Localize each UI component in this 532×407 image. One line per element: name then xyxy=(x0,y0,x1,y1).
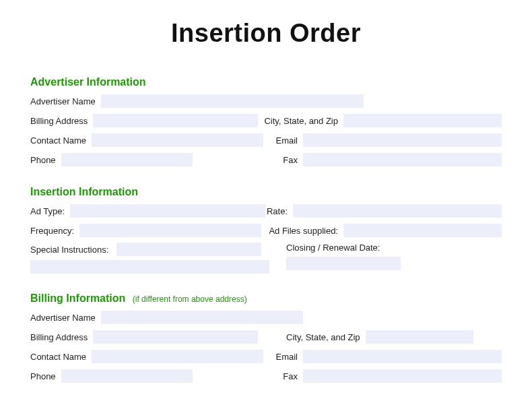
label-rate: Rate: xyxy=(267,206,288,216)
input-special-instructions[interactable] xyxy=(117,243,261,256)
input-bill-city-state-zip[interactable] xyxy=(366,330,473,344)
input-bill-billing-address[interactable] xyxy=(93,330,258,344)
label-frequency: Frequency: xyxy=(30,226,74,236)
heading-billing-text: Billing Information xyxy=(30,292,125,304)
label-bill-fax: Fax xyxy=(283,371,298,381)
input-bill-email[interactable] xyxy=(303,350,502,363)
input-contact-name[interactable] xyxy=(92,133,263,147)
heading-billing-note: (if different from above address) xyxy=(133,294,247,304)
label-phone: Phone xyxy=(30,155,56,165)
label-bill-contact-name: Contact Name xyxy=(30,352,86,362)
input-ad-files-supplied[interactable] xyxy=(343,224,502,237)
input-fax[interactable] xyxy=(303,153,502,166)
label-special-instructions: Special Instructions: xyxy=(30,245,108,255)
section-insertion: Insertion Information Ad Type: Rate: Fre… xyxy=(30,186,502,274)
input-bill-advertiser-name[interactable] xyxy=(101,311,303,324)
input-bill-fax[interactable] xyxy=(303,369,502,383)
input-advertiser-name[interactable] xyxy=(101,94,364,108)
input-ad-type[interactable] xyxy=(70,204,265,218)
input-phone[interactable] xyxy=(61,153,193,166)
label-bill-city-state-zip: City, State, and Zip xyxy=(286,332,360,342)
input-closing-date[interactable] xyxy=(286,257,401,270)
input-rate[interactable] xyxy=(293,204,502,218)
input-city-state-zip[interactable] xyxy=(343,114,502,127)
heading-billing: Billing Information (if different from a… xyxy=(30,292,502,305)
input-special-instructions-2[interactable] xyxy=(30,260,269,274)
section-advertiser: Advertiser Information Advertiser Name B… xyxy=(30,76,502,167)
input-billing-address[interactable] xyxy=(93,114,258,127)
label-bill-billing-address: Billing Address xyxy=(30,332,88,342)
label-advertiser-name: Advertiser Name xyxy=(30,96,96,106)
label-fax: Fax xyxy=(283,155,298,165)
label-billing-address: Billing Address xyxy=(30,116,88,126)
input-email[interactable] xyxy=(303,133,502,147)
label-ad-type: Ad Type: xyxy=(30,206,65,216)
label-bill-phone: Phone xyxy=(30,371,56,381)
input-bill-contact-name[interactable] xyxy=(92,350,263,363)
input-frequency[interactable] xyxy=(79,224,261,237)
label-bill-email: Email xyxy=(275,352,298,362)
label-city-state-zip: City, State, and Zip xyxy=(264,116,338,126)
section-billing: Billing Information (if different from a… xyxy=(30,292,502,383)
input-bill-phone[interactable] xyxy=(61,369,193,383)
label-email: Email xyxy=(275,135,298,146)
label-bill-advertiser-name: Advertiser Name xyxy=(30,313,96,323)
label-ad-files-supplied: Ad Files supplied: xyxy=(269,226,338,236)
page-title: Insertion Order xyxy=(30,19,502,48)
heading-advertiser: Advertiser Information xyxy=(30,76,502,88)
heading-insertion: Insertion Information xyxy=(30,186,502,198)
label-closing-date: Closing / Renewal Date: xyxy=(286,243,380,253)
label-contact-name: Contact Name xyxy=(30,135,86,146)
